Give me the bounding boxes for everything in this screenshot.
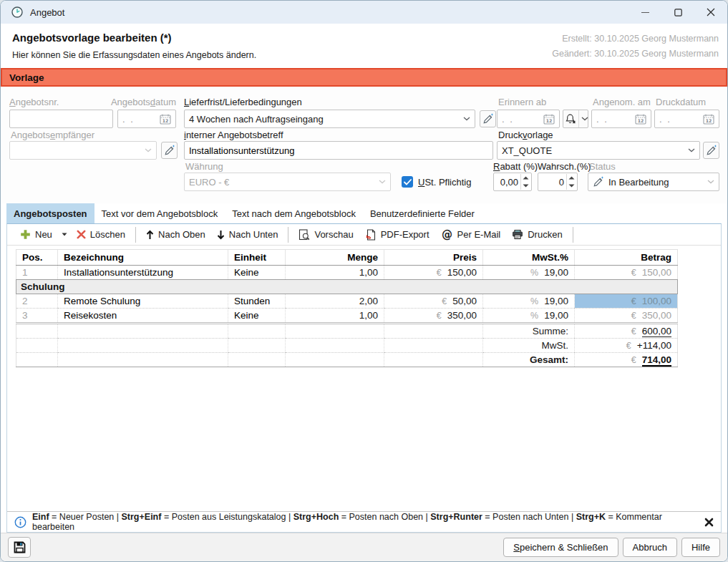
calendar-icon[interactable]: 12 bbox=[703, 114, 714, 125]
chevron-down-icon[interactable] bbox=[463, 117, 470, 121]
empfaenger-combobox[interactable] bbox=[9, 141, 157, 160]
cell-pos[interactable]: 3 bbox=[16, 309, 58, 324]
cell-betrag[interactable]: €350,00 bbox=[575, 309, 678, 324]
cell-preis[interactable]: €350,00 bbox=[384, 309, 483, 324]
betreff-input[interactable] bbox=[184, 141, 493, 160]
tab-benutzerdefinierte-felder[interactable]: Benutzerdefinierte Felder bbox=[363, 203, 482, 223]
neu-dropdown-caret-icon[interactable] bbox=[58, 233, 71, 236]
drucken-button[interactable]: Drucken bbox=[506, 224, 568, 245]
calendar-icon[interactable]: 12 bbox=[160, 114, 171, 125]
save-close-button[interactable]: Speichern & Schließen bbox=[503, 538, 618, 557]
cell-menge[interactable]: 1,00 bbox=[286, 309, 384, 324]
cell-menge[interactable]: 2,00 bbox=[286, 294, 384, 309]
cell-betrag[interactable]: €100,00 bbox=[575, 294, 678, 309]
minimize-button[interactable] bbox=[628, 1, 661, 24]
nach-unten-button[interactable]: Nach Unten bbox=[211, 224, 284, 245]
close-button[interactable] bbox=[694, 1, 727, 24]
spinner-down-icon[interactable] bbox=[521, 182, 530, 190]
cell-einheit[interactable]: Keine bbox=[228, 266, 286, 280]
reminder-bell-button[interactable] bbox=[563, 110, 588, 128]
nach-oben-button[interactable]: Nach Oben bbox=[140, 224, 211, 245]
cell-menge[interactable]: 1,00 bbox=[286, 266, 384, 280]
wahrsch-spinner[interactable]: 0 bbox=[538, 173, 578, 191]
per-email-button[interactable]: @ Per E-Mail bbox=[435, 224, 507, 245]
angebot-window: Angebot Angebotsvorlage bearbeiten (*) H… bbox=[0, 0, 728, 562]
table-row[interactable]: 2Remote SchulungStunden2,00€50,00%19,00€… bbox=[16, 294, 678, 309]
angebotsnr-input[interactable] bbox=[9, 110, 113, 128]
calendar-icon[interactable]: 12 bbox=[635, 114, 646, 125]
erinnern-ab-placeholder: . . bbox=[502, 114, 514, 125]
cell-mwst[interactable]: %19,00 bbox=[483, 294, 575, 309]
vorschau-button[interactable]: Vorschau bbox=[293, 224, 359, 245]
waehrung-value: EURO - € bbox=[189, 177, 229, 188]
dismiss-icon[interactable] bbox=[704, 518, 714, 527]
druckdatum-input[interactable]: . . 12 bbox=[654, 110, 719, 128]
rabatt-spinner[interactable]: 0,00 bbox=[493, 173, 532, 191]
cell-pos[interactable]: 1 bbox=[16, 266, 58, 280]
pdf-export-button[interactable]: PDF-Export bbox=[359, 224, 435, 245]
cell-einheit[interactable]: Stunden bbox=[228, 294, 286, 309]
cell-bezeichnung[interactable]: Remote Schulung bbox=[58, 294, 228, 309]
group-label[interactable]: Schulung bbox=[16, 280, 678, 294]
abort-button[interactable]: Abbruch bbox=[623, 538, 677, 557]
tab-angebotsposten[interactable]: Angebotsposten bbox=[6, 203, 94, 223]
svg-text:12: 12 bbox=[638, 118, 644, 123]
status-combobox[interactable]: In Bearbeitung bbox=[588, 173, 719, 191]
chevron-down-icon[interactable] bbox=[379, 180, 386, 184]
ust-pflichtig-label: USt. Pflichtig bbox=[418, 177, 471, 188]
loeschen-button[interactable]: Löschen bbox=[71, 224, 131, 245]
spinner-up-icon[interactable] bbox=[521, 174, 530, 182]
empfaenger-edit-button[interactable] bbox=[161, 142, 178, 159]
spinner-down-icon[interactable] bbox=[567, 182, 576, 190]
toolbar-separator bbox=[573, 227, 573, 243]
ust-pflichtig-checkbox[interactable] bbox=[402, 176, 413, 188]
druckvorlage-label: Druckvorlage bbox=[498, 130, 553, 141]
totals-label: MwSt. bbox=[483, 339, 575, 353]
waehrung-combobox[interactable]: EURO - € bbox=[184, 173, 391, 191]
close-icon bbox=[707, 8, 715, 16]
angenommen-am-input[interactable]: . . 12 bbox=[591, 110, 651, 128]
table-row[interactable]: 1InstallationsunterstützungKeine1,00€150… bbox=[16, 266, 678, 280]
totals-empty-cell bbox=[286, 324, 384, 339]
totals-empty-cell bbox=[228, 339, 286, 353]
angenommen-am-label: Angenom. am bbox=[593, 97, 651, 108]
save-icon-button[interactable] bbox=[8, 537, 31, 558]
druckvorlage-edit-button[interactable] bbox=[703, 142, 719, 159]
angebotsdatum-input[interactable]: . . 12 bbox=[117, 110, 176, 128]
erinnern-ab-input[interactable]: . . 12 bbox=[497, 110, 560, 128]
maximize-button[interactable] bbox=[661, 1, 694, 24]
cell-bezeichnung[interactable]: Reisekosten bbox=[58, 309, 228, 324]
preview-icon bbox=[299, 229, 310, 241]
lieferfrist-value: 4 Wochen nach Auftragseingang bbox=[189, 114, 324, 125]
chevron-down-icon[interactable] bbox=[707, 180, 714, 184]
druckdatum-label: Druckdatum bbox=[656, 97, 706, 108]
rabatt-value: 0,00 bbox=[500, 173, 518, 190]
check-icon bbox=[404, 179, 412, 185]
chevron-down-icon[interactable] bbox=[145, 148, 152, 152]
save-icon bbox=[13, 541, 26, 554]
cell-bezeichnung[interactable]: Installationsunterstützung bbox=[58, 266, 228, 280]
table-row[interactable]: 3ReisekostenKeine1,00€350,00%19,00€350,0… bbox=[16, 309, 678, 324]
cell-preis[interactable]: €150,00 bbox=[384, 266, 483, 280]
cell-betrag[interactable]: €150,00 bbox=[575, 266, 678, 280]
chevron-down-icon[interactable] bbox=[688, 148, 695, 152]
column-header: Betrag bbox=[575, 250, 678, 266]
tab-text-vor-angebotsblock[interactable]: Text vor dem Angebotsblock bbox=[94, 203, 225, 223]
angebotsdatum-placeholder: . . bbox=[122, 114, 135, 125]
neu-button[interactable]: Neu bbox=[14, 224, 58, 245]
cell-mwst[interactable]: %19,00 bbox=[483, 309, 575, 324]
spinner-up-icon[interactable] bbox=[567, 174, 576, 182]
cell-mwst[interactable]: %19,00 bbox=[483, 266, 575, 280]
cell-preis[interactable]: €50,00 bbox=[384, 294, 483, 309]
calendar-icon[interactable]: 12 bbox=[543, 114, 555, 125]
cell-pos[interactable]: 2 bbox=[16, 294, 58, 309]
table-group-row[interactable]: Schulung bbox=[16, 280, 678, 294]
tab-text-nach-angebotsblock[interactable]: Text nach dem Angebotsblock bbox=[225, 203, 363, 223]
help-button[interactable]: Hilfe bbox=[681, 538, 720, 557]
druckvorlage-combobox[interactable]: XT_QUOTE bbox=[497, 141, 700, 160]
lieferfrist-combobox[interactable]: 4 Wochen nach Auftragseingang bbox=[184, 110, 475, 128]
chevron-down-icon[interactable] bbox=[578, 110, 591, 127]
totals-value: €600,00 bbox=[575, 324, 678, 339]
lieferfrist-edit-button[interactable] bbox=[480, 110, 496, 127]
cell-einheit[interactable]: Keine bbox=[228, 309, 286, 324]
